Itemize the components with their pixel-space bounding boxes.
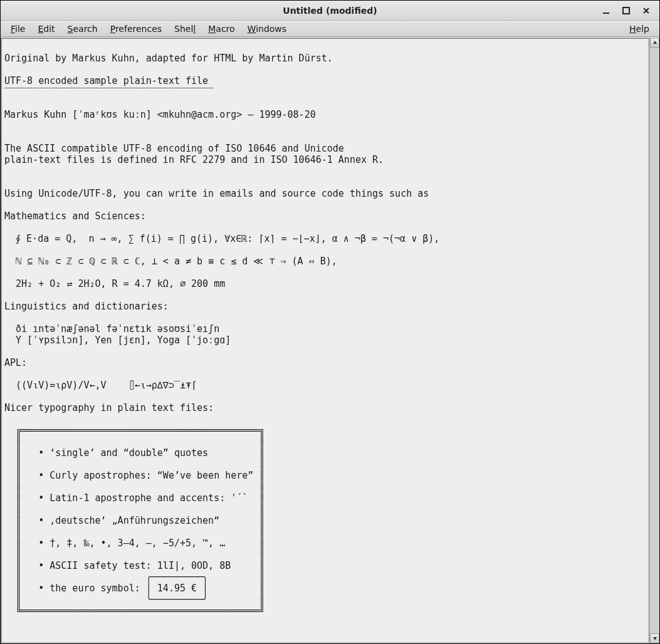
app-window: Untitled (modified) File Edit Search Pre… xyxy=(0,0,660,644)
titlebar: Untitled (modified) xyxy=(1,1,659,21)
close-button[interactable] xyxy=(641,5,652,16)
menu-help[interactable]: Help xyxy=(623,22,656,36)
menu-windows[interactable]: Windows xyxy=(241,22,293,36)
scroll-down-button[interactable] xyxy=(650,633,659,643)
menu-search[interactable]: Search xyxy=(61,22,104,36)
svg-marker-5 xyxy=(653,637,657,640)
editor-text[interactable]: Original by Markus Kuhn, adapted for HTM… xyxy=(2,39,648,619)
scroll-track[interactable] xyxy=(650,48,659,633)
menu-file[interactable]: File xyxy=(4,22,31,36)
menubar: File Edit Search Preferences Shell Macro… xyxy=(1,21,659,37)
menu-edit[interactable]: Edit xyxy=(31,22,61,36)
menu-preferences[interactable]: Preferences xyxy=(104,22,168,36)
scroll-up-button[interactable] xyxy=(650,38,659,48)
minimize-button[interactable] xyxy=(600,5,612,16)
window-controls xyxy=(600,1,656,20)
editor-viewport[interactable]: Original by Markus Kuhn, adapted for HTM… xyxy=(1,38,649,643)
svg-marker-4 xyxy=(653,41,657,44)
svg-rect-1 xyxy=(623,8,629,14)
window-title: Untitled (modified) xyxy=(283,6,377,16)
menu-shell[interactable]: Shell xyxy=(168,22,202,36)
menu-macro[interactable]: Macro xyxy=(202,22,241,36)
svg-rect-0 xyxy=(603,13,609,14)
menu-group-left: File Edit Search Preferences Shell Macro… xyxy=(4,22,293,36)
maximize-button[interactable] xyxy=(621,5,632,16)
content-area: Original by Markus Kuhn, adapted for HTM… xyxy=(1,37,659,643)
vertical-scrollbar[interactable] xyxy=(649,38,659,643)
